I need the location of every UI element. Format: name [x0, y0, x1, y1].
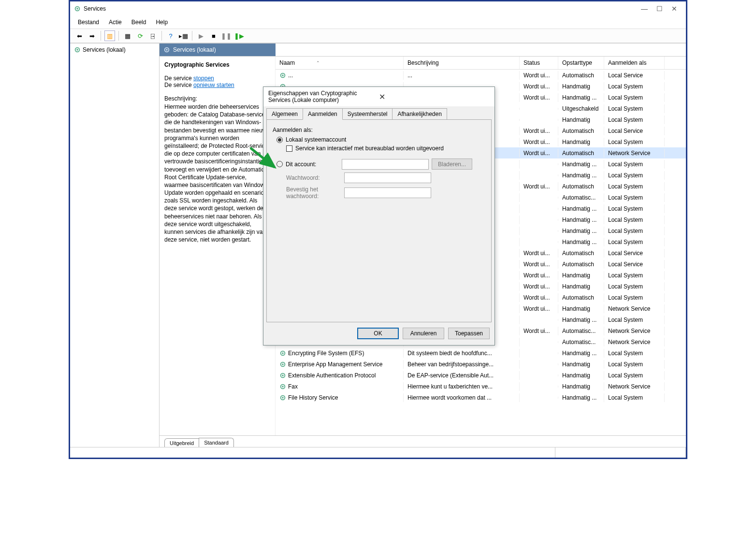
cancel-button[interactable]: Annuleren — [403, 328, 444, 339]
table-row[interactable]: File History ServiceHiermee wordt voorko… — [276, 392, 686, 403]
action-button[interactable]: ▸▦ — [178, 30, 189, 41]
cell-status — [520, 374, 558, 376]
cell-start: Automatisc... — [558, 193, 604, 202]
cell-start: Handmatig — [558, 360, 604, 369]
menu-view[interactable]: Beeld — [128, 18, 150, 27]
gear-icon — [74, 46, 81, 53]
cell-logon: Local System — [604, 393, 665, 402]
close-button[interactable]: ✕ — [671, 5, 677, 13]
dialog-tabs: Algemeen Aanmelden Systeemherstel Afhank… — [263, 106, 494, 120]
cell-logon: Local Service — [604, 71, 665, 80]
col-header-logon[interactable]: Aanmelden als — [604, 57, 665, 69]
tab-logon[interactable]: Aanmelden — [303, 108, 343, 120]
refresh-button[interactable]: ⟳ — [135, 30, 145, 41]
menu-help[interactable]: Help — [152, 18, 172, 27]
titlebar[interactable]: Services — ☐ ✕ — [70, 1, 686, 16]
cell-status — [520, 319, 558, 321]
tree-item-services-local[interactable]: Services (lokaal) — [73, 45, 156, 54]
cell-status — [520, 119, 558, 121]
cell-logon: Network Service — [604, 327, 665, 335]
cell-logon: Local System — [604, 238, 665, 246]
cell-start: Handmatig — [558, 271, 604, 280]
back-button[interactable]: ⬅ — [74, 30, 85, 41]
restart-service-link[interactable]: opnieuw starten — [193, 82, 234, 88]
cell-start: Handmatig — [558, 382, 604, 391]
cell-status: Wordt ui... — [520, 93, 558, 102]
content-header: Services (lokaal) — [160, 43, 276, 56]
separator — [101, 31, 101, 41]
gear-icon — [279, 383, 286, 390]
forward-button[interactable]: ➡ — [87, 30, 97, 41]
tab-standard[interactable]: Standaard — [199, 438, 234, 447]
start-service-button[interactable]: ▶ — [196, 30, 206, 41]
stop-service-link[interactable]: stoppen — [193, 75, 214, 82]
cell-start: Handmatig ... — [558, 238, 604, 246]
pause-service-button[interactable]: ❚❚ — [221, 30, 232, 41]
tab-dependencies[interactable]: Afhankelijkheden — [392, 108, 447, 120]
cell-start: Handmatig ... — [558, 160, 604, 169]
cell-desc: ... — [404, 71, 520, 80]
cell-status — [520, 174, 558, 176]
table-row[interactable]: Extensible Authentication ProtocolDe EAP… — [276, 370, 686, 381]
toolbar: ⬅ ➡ ▥ ▦ ⟳ ⍈ ? ▸▦ ▶ ■ ❚❚ ❚▶ — [70, 29, 686, 43]
radio-this-account[interactable]: Dit account: Bladeren... — [276, 158, 485, 170]
restart-service-button[interactable]: ❚▶ — [233, 30, 244, 41]
col-header-status[interactable]: Status — [520, 57, 558, 69]
logon-as-label: Aanmelden als: — [273, 127, 485, 133]
dialog-titlebar[interactable]: Eigenschappen van Cryptographic Services… — [263, 87, 494, 106]
ok-button[interactable]: OK — [357, 328, 399, 339]
help-button[interactable]: ? — [165, 30, 176, 41]
apply-button[interactable]: Toepassen — [448, 328, 490, 339]
checkbox-label: Service kan interactief met bureaublad w… — [295, 145, 444, 152]
table-row[interactable]: Encrypting File System (EFS)Dit systeem … — [276, 347, 686, 359]
separator — [161, 31, 162, 41]
export-button[interactable]: ⍈ — [147, 30, 158, 41]
password-row: Wachtwoord: — [286, 173, 485, 183]
menu-file[interactable]: Bestand — [74, 18, 103, 27]
window-title: Services — [84, 5, 641, 12]
menu-action[interactable]: Actie — [105, 18, 126, 27]
dialog-close-button[interactable]: ✕ — [377, 92, 490, 101]
cell-logon: Local Service — [604, 249, 665, 258]
cell-status: Wordt ui... — [520, 293, 558, 302]
list-header: Naam⌃ Beschrijving Status Opstarttype Aa… — [276, 57, 686, 70]
cell-logon: Network Service — [604, 338, 665, 346]
col-header-desc[interactable]: Beschrijving — [404, 57, 520, 69]
confirm-input[interactable] — [344, 187, 431, 198]
cell-name: Encrypting File System (EFS) — [288, 350, 364, 357]
radio-local-system[interactable]: Lokaal systeemaccount — [276, 136, 485, 143]
dialog-buttons: OK Annuleren Toepassen — [263, 323, 494, 345]
cell-logon: Local System — [604, 115, 665, 124]
col-header-name[interactable]: Naam⌃ — [276, 57, 404, 69]
table-row[interactable]: ......Wordt ui...AutomatischLocal Servic… — [276, 70, 686, 81]
show-hide-tree-button[interactable]: ▥ — [104, 30, 115, 41]
cell-logon: Local Service — [604, 127, 665, 135]
separator — [192, 31, 192, 41]
cell-start: Handmatig ... — [558, 93, 604, 102]
maximize-button[interactable]: ☐ — [656, 5, 663, 13]
password-input[interactable] — [344, 173, 431, 183]
cell-start: Automatisch — [558, 260, 604, 269]
cell-start: Handmatig ... — [558, 227, 604, 235]
cell-status — [520, 208, 558, 210]
account-input[interactable] — [342, 159, 429, 170]
stop-service-button[interactable]: ■ — [208, 30, 219, 41]
radio-label: Lokaal systeemaccount — [286, 136, 346, 143]
cell-start: Automatisc... — [558, 327, 604, 335]
tab-extended[interactable]: Uitgebreid — [164, 438, 199, 447]
confirm-row: Bevestig het wachtwoord: — [286, 186, 485, 200]
tree-item-label: Services (lokaal) — [83, 46, 126, 53]
checkbox-interactive[interactable]: Service kan interactief met bureaublad w… — [286, 145, 485, 152]
table-row[interactable]: FaxHiermee kunt u faxberichten ve...Hand… — [276, 381, 686, 392]
minimize-button[interactable]: — — [641, 5, 648, 13]
cell-status: Wordt ui... — [520, 271, 558, 280]
cell-logon: Local System — [604, 360, 665, 369]
cell-desc: Beheer van bedrijfstoepassinge... — [404, 360, 520, 369]
browse-button[interactable]: Bladeren... — [432, 158, 472, 170]
tab-recovery[interactable]: Systeemherstel — [342, 108, 393, 120]
cell-status: Wordt ui... — [520, 149, 558, 158]
tab-general[interactable]: Algemeen — [266, 108, 303, 120]
table-row[interactable]: Enterprise App Management ServiceBeheer … — [276, 359, 686, 370]
col-header-start[interactable]: Opstarttype — [558, 57, 604, 69]
properties-button[interactable]: ▦ — [122, 30, 133, 41]
